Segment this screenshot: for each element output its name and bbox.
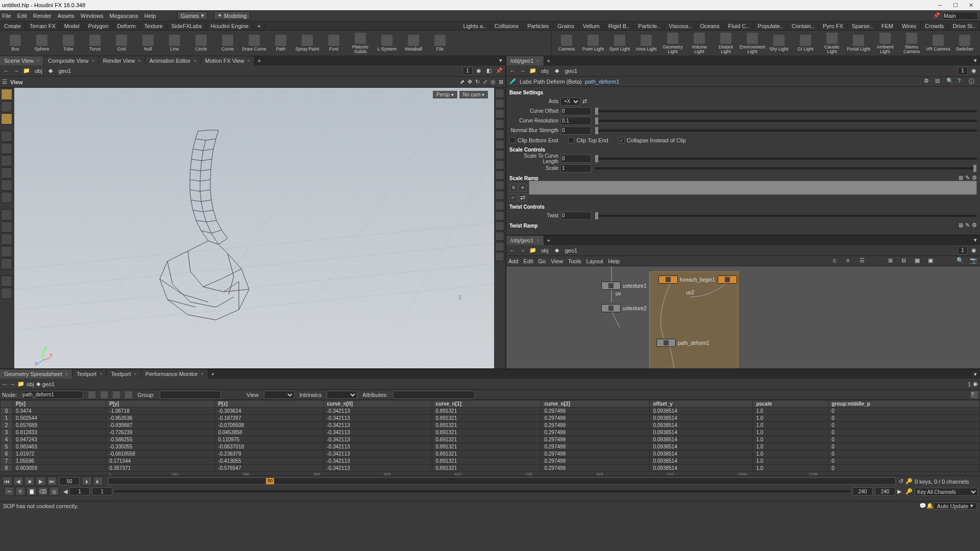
shelf-crowds[interactable]: Crowds: [921, 23, 948, 29]
vp-t10[interactable]: [1, 246, 12, 257]
shelf-particle2[interactable]: Particle..: [634, 23, 665, 29]
node-name[interactable]: path_deform1: [585, 79, 620, 85]
key-cut[interactable]: ✂: [4, 487, 14, 496]
shelf-fluidc[interactable]: Fluid C..: [724, 23, 753, 29]
tool-path[interactable]: Path: [268, 32, 293, 55]
node-path-deform1[interactable]: path_deform1: [656, 339, 709, 347]
key-paste[interactable]: 📋: [27, 487, 37, 496]
net-wire-icon[interactable]: ⎌: [833, 257, 841, 265]
net-cam-icon[interactable]: 📷: [970, 257, 978, 265]
range-handle-right[interactable]: ▶: [897, 488, 901, 495]
collapse-check[interactable]: [619, 137, 625, 143]
vp-tool-1[interactable]: [1, 101, 12, 112]
net-menu-view[interactable]: View: [551, 258, 563, 264]
ramp-prev[interactable]: ←: [509, 193, 518, 202]
key-scope[interactable]: ◎: [49, 487, 59, 496]
menu-megascans[interactable]: Megascans: [109, 13, 138, 19]
tool-box[interactable]: Box: [3, 32, 28, 55]
persp-dropdown[interactable]: Persp ▾: [433, 91, 457, 98]
vp-tool-2[interactable]: [1, 113, 12, 124]
vr-8[interactable]: [495, 160, 504, 169]
sp-class-verts[interactable]: [101, 391, 108, 398]
maximize-button[interactable]: ☐: [948, 1, 963, 9]
range-start1[interactable]: [69, 487, 90, 495]
tab-add[interactable]: +: [255, 58, 264, 64]
menu-assets[interactable]: Assets: [58, 13, 75, 19]
status-ico2[interactable]: 🔔: [926, 503, 934, 509]
crumb-geo[interactable]: geo1: [57, 68, 73, 74]
col-header[interactable]: offset_y: [650, 400, 753, 408]
viewport-3d[interactable]: Persp ▾ No cam ▾ 5: [14, 88, 494, 368]
play-play[interactable]: ▶: [36, 477, 46, 486]
tramp-gear-icon[interactable]: ⚙: [972, 222, 977, 229]
shelf-lights[interactable]: Lights a..: [459, 23, 491, 29]
shelf-drive[interactable]: Drive Si..: [948, 23, 980, 29]
net-menu-help[interactable]: Help: [608, 258, 620, 264]
net-grid-icon[interactable]: ⊞: [888, 257, 896, 265]
sp-intrinsics-dropdown[interactable]: [327, 391, 357, 399]
crumb-obj[interactable]: obj: [33, 68, 44, 74]
nav-back[interactable]: ←: [2, 67, 10, 75]
tab-render[interactable]: Render View×: [99, 56, 145, 65]
shelf-texture[interactable]: Texture: [140, 23, 167, 29]
ramp-add[interactable]: +: [519, 184, 527, 192]
desktop-modeling[interactable]: ✦ Modeling: [214, 11, 251, 20]
net-folder-icon[interactable]: 📁: [529, 246, 537, 255]
col-header[interactable]: curve_n[0]: [324, 400, 432, 408]
shelf-collisions[interactable]: Collisions: [491, 23, 523, 29]
net-menu-layout[interactable]: Layout: [586, 258, 603, 264]
current-frame-input[interactable]: [59, 477, 80, 485]
scale-ramp-widget[interactable]: [529, 181, 977, 195]
param-crumb-geo[interactable]: geo1: [563, 68, 579, 74]
range-end2[interactable]: [875, 487, 895, 495]
vp-t6[interactable]: [1, 192, 12, 203]
table-row[interactable]: 80.9030590.357371-0.576547-0.3421130.891…: [1, 465, 980, 472]
shelf-oceans[interactable]: Oceans: [696, 23, 724, 29]
scope-icon[interactable]: ⊟: [935, 78, 943, 86]
timeline-ruler[interactable]: 1 181 286 395 503 612 720 829 937 1046 1…: [108, 478, 896, 485]
col-header[interactable]: curve_n[2]: [541, 400, 650, 408]
curve-offset-input[interactable]: [560, 107, 591, 115]
sp-view-dropdown[interactable]: [264, 391, 295, 399]
shelf-viscous[interactable]: Viscous..: [665, 23, 696, 29]
auto-update-dropdown[interactable]: Auto Update ▾: [934, 503, 977, 510]
tool-line[interactable]: Line: [162, 32, 187, 55]
tool-portal-light[interactable]: Portal Light: [846, 32, 871, 55]
btab-textport2[interactable]: Textport×: [107, 369, 141, 379]
scale-tool[interactable]: ⤢: [483, 79, 487, 85]
vp-t12[interactable]: [1, 276, 12, 287]
scale-curve-input[interactable]: [560, 155, 591, 163]
tramp-edit-icon[interactable]: ✎: [965, 222, 970, 229]
folder-icon[interactable]: 📁: [22, 67, 31, 75]
param-crumb-obj[interactable]: obj: [539, 68, 551, 74]
tool-null[interactable]: Null: [136, 32, 160, 55]
vr-15[interactable]: [495, 232, 504, 241]
cam-dropdown[interactable]: No cam ▾: [459, 91, 488, 98]
view-menu-icon[interactable]: ☰: [2, 79, 7, 85]
tool-volume-light[interactable]: Volume Light: [687, 32, 712, 55]
scale-curve-slider[interactable]: [595, 158, 977, 160]
tool-spot-light[interactable]: Spot Light: [607, 32, 632, 55]
col-header[interactable]: [1, 400, 13, 408]
network-editor[interactable]: uvtexture1 uv uvtexture2 uv2 foreach_beg…: [506, 266, 980, 368]
shelf-wires[interactable]: Wires: [898, 23, 921, 29]
normal-blur-slider[interactable]: [595, 130, 977, 132]
tab-anim[interactable]: Animation Editor×: [145, 56, 201, 65]
scale-input[interactable]: [560, 164, 591, 172]
menu-help[interactable]: Help: [144, 13, 156, 19]
node-foreach-meta[interactable]: [718, 276, 737, 284]
tool-sphere[interactable]: Sphere: [30, 32, 54, 55]
net-menu-go[interactable]: Go: [538, 258, 546, 264]
curve-res-slider[interactable]: [595, 120, 977, 122]
tramp-preset-icon[interactable]: ⊞: [959, 222, 963, 229]
table-row[interactable]: 30.812833-0.7262390.0453858-0.3421130.89…: [1, 429, 980, 436]
tool-spray-paint[interactable]: Spray Paint: [295, 32, 320, 55]
tool-torus[interactable]: Torus: [83, 32, 107, 55]
sp-crumb-obj[interactable]: obj: [27, 381, 34, 387]
col-header[interactable]: group:middle_p: [828, 400, 980, 408]
shelf-sidefxlabs[interactable]: SideFXLabs: [167, 23, 207, 29]
param-pin-icon[interactable]: ◉: [970, 67, 978, 75]
play-last[interactable]: ⏭: [47, 477, 57, 486]
pin-icon[interactable]: 📌: [495, 67, 503, 75]
btab-add[interactable]: +: [208, 371, 217, 377]
